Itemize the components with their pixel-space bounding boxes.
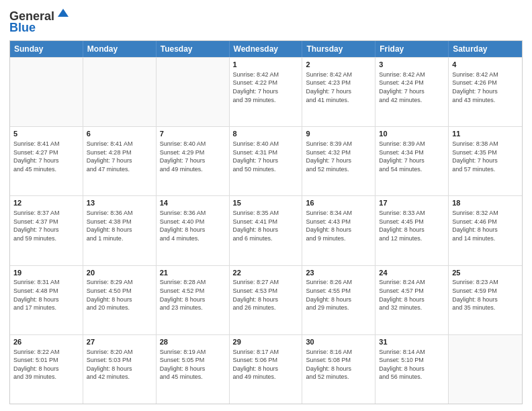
day-info: Sunrise: 8:28 AM Sunset: 4:52 PM Dayligh… <box>160 278 226 312</box>
calendar-cell: 31Sunrise: 8:14 AM Sunset: 5:10 PM Dayli… <box>375 335 449 404</box>
calendar-cell: 1Sunrise: 8:42 AM Sunset: 4:22 PM Daylig… <box>230 58 303 126</box>
weekday-header-thursday: Thursday <box>302 41 375 57</box>
day-number: 7 <box>160 129 226 139</box>
day-info: Sunrise: 8:42 AM Sunset: 4:23 PM Dayligh… <box>306 71 371 104</box>
header: General Blue <box>9 7 523 35</box>
calendar-body: 1Sunrise: 8:42 AM Sunset: 4:22 PM Daylig… <box>10 57 522 404</box>
calendar-week-3: 12Sunrise: 8:37 AM Sunset: 4:37 PM Dayli… <box>10 195 522 265</box>
calendar-cell: 23Sunrise: 8:26 AM Sunset: 4:55 PM Dayli… <box>302 266 375 334</box>
calendar-cell: 3Sunrise: 8:42 AM Sunset: 4:24 PM Daylig… <box>375 58 449 126</box>
day-info: Sunrise: 8:26 AM Sunset: 4:55 PM Dayligh… <box>306 278 371 312</box>
calendar-week-1: 1Sunrise: 8:42 AM Sunset: 4:22 PM Daylig… <box>10 57 522 126</box>
day-number: 13 <box>87 198 152 208</box>
day-number: 30 <box>306 337 371 347</box>
calendar-cell: 4Sunrise: 8:42 AM Sunset: 4:26 PM Daylig… <box>449 58 522 126</box>
day-info: Sunrise: 8:22 AM Sunset: 5:01 PM Dayligh… <box>13 348 79 381</box>
day-info: Sunrise: 8:20 AM Sunset: 5:03 PM Dayligh… <box>87 348 152 381</box>
logo-icon <box>56 7 70 21</box>
day-info: Sunrise: 8:41 AM Sunset: 4:27 PM Dayligh… <box>13 140 79 173</box>
day-number: 19 <box>13 268 79 278</box>
calendar-cell <box>157 58 230 126</box>
calendar-cell: 14Sunrise: 8:36 AM Sunset: 4:40 PM Dayli… <box>157 196 230 265</box>
calendar-cell: 11Sunrise: 8:38 AM Sunset: 4:35 PM Dayli… <box>449 127 522 195</box>
day-number: 27 <box>87 337 152 347</box>
day-info: Sunrise: 8:36 AM Sunset: 4:40 PM Dayligh… <box>160 209 226 242</box>
calendar-cell: 15Sunrise: 8:35 AM Sunset: 4:41 PM Dayli… <box>230 196 303 265</box>
day-info: Sunrise: 8:42 AM Sunset: 4:26 PM Dayligh… <box>452 71 519 104</box>
weekday-header-wednesday: Wednesday <box>230 41 303 57</box>
day-number: 24 <box>379 268 445 278</box>
day-info: Sunrise: 8:19 AM Sunset: 5:05 PM Dayligh… <box>160 348 226 381</box>
calendar-cell <box>83 58 157 126</box>
day-info: Sunrise: 8:35 AM Sunset: 4:41 PM Dayligh… <box>233 209 299 242</box>
weekday-header-sunday: Sunday <box>10 41 83 57</box>
calendar-cell: 27Sunrise: 8:20 AM Sunset: 5:03 PM Dayli… <box>83 335 157 404</box>
page: General Blue SundayMondayTuesdayWednesda… <box>0 0 532 411</box>
weekday-header-monday: Monday <box>83 41 157 57</box>
calendar-cell: 25Sunrise: 8:23 AM Sunset: 4:59 PM Dayli… <box>449 266 522 334</box>
svg-marker-0 <box>58 9 69 17</box>
day-number: 16 <box>306 198 371 208</box>
calendar-cell: 19Sunrise: 8:31 AM Sunset: 4:48 PM Dayli… <box>10 266 83 334</box>
day-number: 4 <box>452 60 519 70</box>
day-number: 23 <box>306 268 371 278</box>
day-info: Sunrise: 8:31 AM Sunset: 4:48 PM Dayligh… <box>13 278 79 312</box>
day-info: Sunrise: 8:27 AM Sunset: 4:53 PM Dayligh… <box>233 278 299 312</box>
weekday-header-tuesday: Tuesday <box>157 41 230 57</box>
calendar-cell <box>449 335 522 404</box>
calendar-cell: 7Sunrise: 8:40 AM Sunset: 4:29 PM Daylig… <box>157 127 230 195</box>
day-info: Sunrise: 8:39 AM Sunset: 4:32 PM Dayligh… <box>306 140 371 173</box>
day-number: 21 <box>160 268 226 278</box>
day-number: 8 <box>233 129 299 139</box>
day-info: Sunrise: 8:29 AM Sunset: 4:50 PM Dayligh… <box>87 278 152 312</box>
day-number: 3 <box>379 60 445 70</box>
day-number: 12 <box>13 198 79 208</box>
weekday-header-friday: Friday <box>375 41 449 57</box>
calendar-cell: 24Sunrise: 8:24 AM Sunset: 4:57 PM Dayli… <box>375 266 449 334</box>
calendar-cell: 2Sunrise: 8:42 AM Sunset: 4:23 PM Daylig… <box>302 58 375 126</box>
day-number: 11 <box>452 129 519 139</box>
logo: General Blue <box>9 9 70 35</box>
day-number: 15 <box>233 198 299 208</box>
day-info: Sunrise: 8:16 AM Sunset: 5:08 PM Dayligh… <box>306 348 371 381</box>
calendar-cell: 13Sunrise: 8:36 AM Sunset: 4:38 PM Dayli… <box>83 196 157 265</box>
day-info: Sunrise: 8:39 AM Sunset: 4:34 PM Dayligh… <box>379 140 445 173</box>
day-info: Sunrise: 8:40 AM Sunset: 4:31 PM Dayligh… <box>233 140 299 173</box>
calendar-cell: 30Sunrise: 8:16 AM Sunset: 5:08 PM Dayli… <box>302 335 375 404</box>
day-number: 20 <box>87 268 152 278</box>
day-number: 6 <box>87 129 152 139</box>
day-info: Sunrise: 8:23 AM Sunset: 4:59 PM Dayligh… <box>452 278 519 312</box>
day-info: Sunrise: 8:33 AM Sunset: 4:45 PM Dayligh… <box>379 209 445 242</box>
calendar-cell: 6Sunrise: 8:41 AM Sunset: 4:28 PM Daylig… <box>83 127 157 195</box>
calendar-cell <box>10 58 83 126</box>
calendar-cell: 8Sunrise: 8:40 AM Sunset: 4:31 PM Daylig… <box>230 127 303 195</box>
day-number: 29 <box>233 337 299 347</box>
calendar-cell: 28Sunrise: 8:19 AM Sunset: 5:05 PM Dayli… <box>157 335 230 404</box>
day-info: Sunrise: 8:14 AM Sunset: 5:10 PM Dayligh… <box>379 348 445 381</box>
calendar-cell: 17Sunrise: 8:33 AM Sunset: 4:45 PM Dayli… <box>375 196 449 265</box>
calendar-cell: 9Sunrise: 8:39 AM Sunset: 4:32 PM Daylig… <box>302 127 375 195</box>
day-number: 10 <box>379 129 445 139</box>
calendar-cell: 20Sunrise: 8:29 AM Sunset: 4:50 PM Dayli… <box>83 266 157 334</box>
day-number: 28 <box>160 337 226 347</box>
calendar-week-4: 19Sunrise: 8:31 AM Sunset: 4:48 PM Dayli… <box>10 265 522 334</box>
day-number: 22 <box>233 268 299 278</box>
calendar-cell: 12Sunrise: 8:37 AM Sunset: 4:37 PM Dayli… <box>10 196 83 265</box>
day-info: Sunrise: 8:24 AM Sunset: 4:57 PM Dayligh… <box>379 278 445 312</box>
calendar-week-2: 5Sunrise: 8:41 AM Sunset: 4:27 PM Daylig… <box>10 126 522 195</box>
day-number: 18 <box>452 198 519 208</box>
day-info: Sunrise: 8:41 AM Sunset: 4:28 PM Dayligh… <box>87 140 152 173</box>
day-number: 5 <box>13 129 79 139</box>
day-info: Sunrise: 8:37 AM Sunset: 4:37 PM Dayligh… <box>13 209 79 242</box>
day-info: Sunrise: 8:32 AM Sunset: 4:46 PM Dayligh… <box>452 209 519 242</box>
day-number: 2 <box>306 60 371 70</box>
calendar-cell: 29Sunrise: 8:17 AM Sunset: 5:06 PM Dayli… <box>230 335 303 404</box>
calendar: SundayMondayTuesdayWednesdayThursdayFrid… <box>9 40 523 404</box>
day-info: Sunrise: 8:17 AM Sunset: 5:06 PM Dayligh… <box>233 348 299 381</box>
day-number: 9 <box>306 129 371 139</box>
day-number: 17 <box>379 198 445 208</box>
day-number: 1 <box>233 60 299 70</box>
day-info: Sunrise: 8:36 AM Sunset: 4:38 PM Dayligh… <box>87 209 152 242</box>
day-number: 14 <box>160 198 226 208</box>
calendar-header: SundayMondayTuesdayWednesdayThursdayFrid… <box>10 41 522 57</box>
